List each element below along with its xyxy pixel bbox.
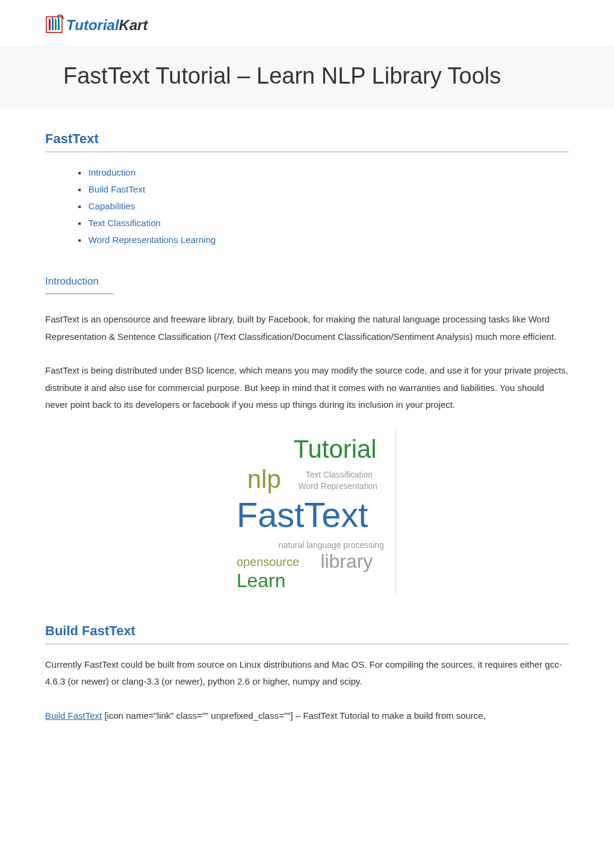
section-divider-small bbox=[45, 294, 114, 294]
table-of-contents: Introduction Build FastText Capabilities… bbox=[45, 164, 569, 248]
section-heading-fasttext: FastText bbox=[45, 131, 569, 147]
build-fasttext-link[interactable]: Build FastText bbox=[45, 710, 102, 721]
intro-paragraph-1: FastText is an opensource and freeware l… bbox=[45, 311, 569, 345]
wordcloud-fasttext: FastText bbox=[236, 495, 367, 534]
toc-item: Text Classification bbox=[78, 215, 569, 232]
toc-link-text-classification[interactable]: Text Classification bbox=[88, 218, 161, 228]
wordcloud-nlp-text: natural language processing bbox=[278, 540, 383, 549]
intro-paragraph-2: FastText is being distributed under BSD … bbox=[45, 362, 569, 414]
wordcloud-tutorial: Tutorial bbox=[293, 435, 376, 463]
logo-book-icon bbox=[46, 15, 63, 32]
tutorialkart-logo[interactable]: TutorialKart bbox=[45, 12, 172, 36]
toc-link-introduction[interactable]: Introduction bbox=[88, 167, 135, 177]
main-content: FastText Introduction Build FastText Cap… bbox=[0, 107, 614, 724]
toc-link-build-fasttext[interactable]: Build FastText bbox=[88, 184, 145, 194]
build-paragraph-1: Currently FastText could be built from s… bbox=[45, 656, 569, 691]
wordcloud-word-representation: Word Representation bbox=[298, 481, 377, 491]
toc-item: Build FastText bbox=[78, 181, 569, 198]
wordcloud-library: library bbox=[320, 550, 373, 571]
toc-item: Word Representations Learning bbox=[78, 232, 569, 248]
wordcloud-opensource: opensource bbox=[236, 555, 299, 568]
toc-link-capabilities[interactable]: Capabilities bbox=[88, 201, 135, 211]
toc-link-word-representations[interactable]: Word Representations Learning bbox=[88, 235, 216, 245]
logo-text-tutorial: Tutorial bbox=[66, 17, 120, 33]
build-paragraph-2-rest: [icon name="link" class="" unprefixed_cl… bbox=[102, 710, 486, 721]
section-heading-introduction: Introduction bbox=[45, 275, 99, 290]
section-divider bbox=[45, 152, 569, 152]
page-title: FastText Tutorial – Learn NLP Library To… bbox=[63, 63, 614, 89]
toc-item: Introduction bbox=[78, 164, 569, 181]
wordcloud-image: Tutorial nlp Text Classification Word Re… bbox=[219, 431, 396, 593]
build-paragraph-2: Build FastText [icon name="link" class="… bbox=[45, 707, 569, 725]
title-section: FastText Tutorial – Learn NLP Library To… bbox=[0, 45, 614, 107]
svg-text:TutorialKart: TutorialKart bbox=[66, 17, 149, 33]
logo-text-kart: Kart bbox=[119, 17, 149, 33]
wordcloud-text-classification: Text Classification bbox=[305, 470, 373, 479]
section-divider bbox=[45, 644, 569, 644]
svg-rect-0 bbox=[46, 17, 62, 32]
toc-item: Capabilities bbox=[78, 198, 569, 215]
wordcloud-nlp: nlp bbox=[247, 465, 281, 493]
section-heading-build-fasttext: Build FastText bbox=[45, 623, 569, 639]
wordcloud-learn: Learn bbox=[236, 569, 285, 591]
logo-container: TutorialKart bbox=[0, 0, 614, 45]
